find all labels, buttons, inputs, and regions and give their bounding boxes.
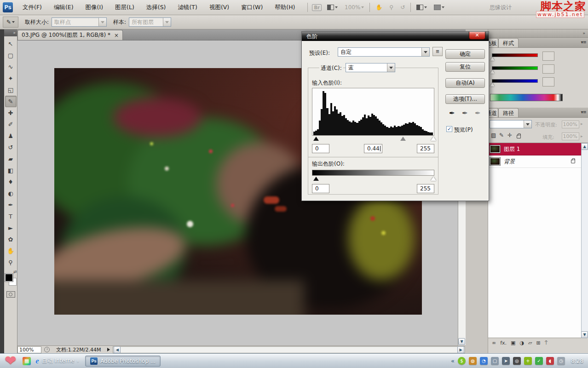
tab-swatches[interactable]: 色板 (488, 38, 498, 47)
scroll-up-icon[interactable]: ▲ (581, 143, 588, 150)
menu-image[interactable]: 图像(I) (80, 0, 109, 15)
rotate-view-icon[interactable]: ↺ (399, 3, 406, 12)
tray-clock-icon[interactable]: ◷ (557, 357, 565, 365)
tool-marquee[interactable]: ▢ (5, 50, 17, 61)
output-white-slider[interactable] (431, 177, 436, 181)
quick-launch-icon[interactable]: ▦ (23, 357, 31, 365)
layer-row[interactable]: 背景 (488, 155, 582, 168)
blue-slider-handle[interactable] (490, 83, 495, 86)
status-menu-arrow-icon[interactable] (107, 348, 110, 351)
input-black-field[interactable]: 0 (312, 144, 329, 153)
camera360-icon[interactable]: ◖ (546, 357, 554, 365)
blend-mode-dropdown[interactable] (490, 120, 532, 128)
screen-mode-icon[interactable] (432, 4, 446, 11)
menu-view[interactable]: 视图(V) (203, 0, 235, 15)
tool-magic-wand[interactable]: ✦ (5, 73, 17, 84)
delete-layer-icon[interactable]: ⍑ (545, 340, 548, 346)
lock-transparency-icon[interactable]: ▨ (491, 132, 496, 138)
options-button[interactable]: 选项(T)... (445, 94, 485, 104)
tool-eyedropper[interactable]: ✎ (5, 96, 17, 107)
tool-blur[interactable]: ♦ (5, 176, 17, 188)
lock-paint-icon[interactable]: ✎ (499, 132, 504, 138)
tray-collapse-icon[interactable]: « (451, 357, 455, 364)
tool-eraser[interactable]: ▰ (5, 153, 17, 165)
hand-tool-icon[interactable]: ✋ (374, 3, 384, 12)
tool-gradient[interactable]: ◧ (5, 165, 17, 176)
tool-healing-brush[interactable]: ✚ (5, 107, 17, 119)
toolbox-collapse-icon[interactable]: » (4, 29, 17, 36)
network-icon[interactable]: ◍ (469, 357, 477, 365)
view-extras-icon[interactable] (326, 4, 339, 11)
preset-options-icon[interactable]: ≣ (432, 47, 443, 56)
new-layer-icon[interactable]: ⊞ (536, 340, 541, 346)
tray-green-icon[interactable]: $ (458, 357, 466, 365)
lock-all-icon[interactable] (517, 133, 521, 140)
tool-history-brush[interactable]: ↺ (5, 142, 17, 153)
zoom-tool-icon[interactable]: ⚲ (388, 3, 395, 12)
menu-select[interactable]: 选择(S) (140, 0, 172, 15)
dialog-title-bar[interactable]: 色阶 ✕ (302, 32, 489, 41)
tool-lasso[interactable]: ∿ (5, 61, 17, 73)
scroll-right-icon[interactable]: ▶ (457, 346, 464, 353)
output-white-field[interactable]: 255 (417, 184, 434, 193)
arrange-documents-icon[interactable] (415, 4, 428, 11)
layers-scrollbar[interactable]: ▲ ▼ (581, 143, 588, 338)
collapse-panels-icon[interactable]: » (488, 29, 588, 38)
layer-row[interactable]: 图层 1 (488, 143, 582, 155)
menu-layer[interactable]: 图层(L) (109, 0, 140, 15)
status-zoom-field[interactable]: 100% (17, 346, 41, 353)
start-button[interactable]: ❤ (5, 355, 16, 367)
preview-checkbox[interactable]: ✓ (446, 126, 452, 132)
output-black-field[interactable]: 0 (312, 184, 329, 193)
input-black-slider[interactable] (313, 137, 319, 141)
ie-task-button[interactable]: e 自动 Interne › (35, 356, 79, 366)
red-ramp[interactable] (492, 53, 538, 57)
red-slider-handle[interactable] (490, 57, 495, 61)
shield-icon[interactable]: ✓ (535, 357, 543, 365)
opacity-field[interactable]: 100% (562, 121, 579, 128)
auto-button[interactable]: 自动(A) (445, 78, 485, 88)
green-ramp[interactable] (492, 66, 538, 70)
opacity-spinner-icon[interactable]: ▸ (581, 121, 585, 126)
white-point-eyedropper-icon[interactable]: ✒ (475, 109, 481, 117)
document-tab[interactable]: 03.JPG @ 100%(图层 1, RGB/8) * × (17, 30, 123, 40)
close-dialog-button[interactable]: ✕ (469, 32, 485, 40)
rocket-icon[interactable]: ➤ (502, 357, 510, 365)
scroll-down-icon[interactable]: ▼ (458, 338, 465, 345)
preset-dropdown[interactable]: 自定 (338, 47, 430, 57)
menu-edit[interactable]: 编辑(E) (48, 0, 80, 15)
blue-value-field[interactable] (542, 77, 554, 86)
blue-ramp[interactable] (492, 79, 538, 83)
red-value-field[interactable] (542, 52, 554, 61)
reset-button[interactable]: 复位 (445, 62, 485, 72)
display-icon[interactable]: ▢ (491, 357, 499, 365)
tool-pen[interactable]: ✒ (5, 199, 17, 211)
ok-button[interactable]: 确定 (445, 49, 485, 59)
tool-move[interactable]: ↖ (5, 38, 17, 50)
green-value-field[interactable] (542, 64, 554, 74)
input-white-field[interactable]: 255 (417, 144, 434, 153)
menu-file[interactable]: 文件(F) (17, 0, 48, 15)
tab-channels[interactable]: 通道 (488, 108, 498, 117)
tool-hand[interactable]: ✋ (5, 245, 17, 257)
close-tab-icon[interactable]: × (114, 32, 119, 39)
fill-spinner-icon[interactable]: ▸ (581, 134, 585, 138)
tool-shape[interactable]: ✿ (5, 234, 17, 245)
tool-clone-stamp[interactable]: ♟ (5, 130, 17, 142)
foreground-color-swatch[interactable] (5, 274, 13, 282)
layer-style-fx-icon[interactable]: fx. (500, 340, 507, 346)
zoom-level-dropdown[interactable]: 100% (343, 3, 365, 12)
channel-dropdown[interactable]: 蓝 (346, 63, 395, 72)
layer-mask-icon[interactable]: ▣ (511, 340, 515, 346)
layer-group-icon[interactable]: ▱ (528, 340, 532, 346)
black-point-eyedropper-icon[interactable]: ✒ (449, 109, 455, 117)
green-slider-handle[interactable] (490, 70, 495, 74)
swap-colors-icon[interactable]: ⇄ (13, 270, 17, 274)
input-white-slider[interactable] (431, 137, 436, 141)
menu-filter[interactable]: 滤镜(T) (172, 0, 203, 15)
gray-point-eyedropper-icon[interactable]: ✒ (462, 109, 468, 117)
tool-preset-picker[interactable]: ✎ (3, 17, 18, 28)
horizontal-scrollbar[interactable]: ◀ ▶ (113, 346, 465, 353)
tool-path-select[interactable]: ► (5, 222, 17, 234)
panel-menu-icon[interactable]: ▾≡ (581, 109, 586, 115)
